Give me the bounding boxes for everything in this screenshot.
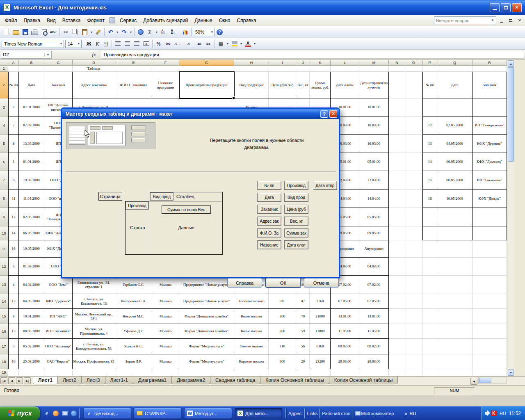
cell-N5[interactable] bbox=[389, 135, 405, 153]
sort-ascending-icon[interactable] bbox=[159, 27, 168, 37]
redo-dropdown-icon[interactable]: ▼ bbox=[129, 31, 133, 34]
cell-D1[interactable]: Таблица bbox=[73, 66, 115, 72]
cell-B6[interactable]: 01.01.2000 bbox=[19, 153, 44, 171]
cell-M9[interactable]: 05.05.00 bbox=[359, 208, 389, 226]
name-box[interactable]: G2 ▼ bbox=[1, 51, 52, 59]
cell-N11[interactable] bbox=[389, 240, 405, 258]
cell-D18[interactable]: Москва, Профсоюзная, 35 bbox=[73, 354, 115, 369]
first-sheet-icon[interactable]: |◀ bbox=[0, 377, 7, 384]
sheet-tab-6[interactable]: Сводная таблица bbox=[210, 377, 260, 384]
row-header-16[interactable]: 16 bbox=[0, 324, 8, 339]
cell-B9[interactable]: 02.05.2000 bbox=[19, 208, 44, 226]
cell-E1[interactable] bbox=[115, 66, 152, 72]
cell-M2[interactable]: Дата отправки/по лучения bbox=[359, 72, 389, 98]
vertical-scrollbar[interactable]: ▲ ▼ bbox=[507, 60, 514, 376]
cell-Q3[interactable] bbox=[437, 98, 472, 116]
cut-icon[interactable] bbox=[61, 27, 71, 37]
col-header-K[interactable]: K bbox=[310, 60, 331, 66]
row-header-17[interactable]: 17 bbox=[0, 339, 8, 354]
cell-L16[interactable]: 11.05.00 bbox=[331, 324, 359, 339]
cell-O6[interactable] bbox=[405, 153, 422, 171]
sheet-tab-8[interactable]: Копия Основной таблицы bbox=[329, 377, 398, 384]
cell-M17[interactable]: 08.02.00 bbox=[359, 339, 389, 354]
menu-item-4[interactable]: Формат bbox=[84, 16, 108, 25]
cell-K17[interactable]: 6160 bbox=[310, 339, 331, 354]
cell-G14[interactable]: Предприятие "Новые услуги" bbox=[179, 294, 234, 309]
cell-O4[interactable] bbox=[405, 116, 422, 135]
placed-column-field[interactable]: Вид прод bbox=[150, 192, 173, 201]
cell-E19[interactable] bbox=[115, 369, 152, 376]
cell-N4[interactable] bbox=[389, 116, 405, 135]
cell-K16[interactable]: 11800 bbox=[310, 324, 331, 339]
redo-icon[interactable] bbox=[119, 27, 129, 37]
cell-A7[interactable]: 9 bbox=[8, 171, 19, 189]
cell-R19[interactable] bbox=[472, 369, 507, 376]
taskbar-button-1[interactable]: C:\WINXP... bbox=[134, 408, 182, 419]
cell-Q6[interactable]: 06.05.2000 bbox=[437, 153, 472, 171]
cell-M5[interactable]: 16.03.00 bbox=[359, 135, 389, 153]
cell-N8[interactable] bbox=[389, 189, 405, 208]
field-button-11[interactable]: Название bbox=[257, 240, 281, 249]
cell-N17[interactable] bbox=[389, 339, 405, 354]
cell-A18[interactable]: 10 bbox=[8, 354, 19, 369]
cell-R1[interactable] bbox=[472, 66, 507, 72]
row-header-8[interactable]: 8 bbox=[0, 189, 8, 208]
cell-L19[interactable] bbox=[331, 369, 359, 376]
cell-B16[interactable]: 08.05.2000 bbox=[19, 324, 44, 339]
chart-wizard-icon[interactable] bbox=[180, 27, 190, 37]
cell-O8[interactable] bbox=[405, 189, 422, 208]
cell-P7[interactable]: 15 bbox=[422, 171, 437, 189]
cell-J16[interactable]: 59 bbox=[296, 324, 310, 339]
cell-R3[interactable] bbox=[472, 98, 507, 116]
cell-Q7[interactable]: 08.05.2000 bbox=[437, 171, 472, 189]
page-area[interactable]: Страница bbox=[98, 192, 122, 201]
cell-K18[interactable]: 23200 bbox=[310, 354, 331, 369]
cell-P5[interactable]: 13 bbox=[422, 135, 437, 153]
cell-F19[interactable] bbox=[152, 369, 179, 376]
cell-F2[interactable]: Название продукции bbox=[152, 72, 179, 98]
chevron-down-icon[interactable]: ▼ bbox=[76, 42, 80, 46]
row-header-7[interactable]: 7 bbox=[0, 171, 8, 189]
cell-H16[interactable]: Козье молоко bbox=[234, 324, 269, 339]
cell-O2[interactable] bbox=[405, 72, 422, 98]
cell-K2[interactable]: Сумма заказа, руб. bbox=[310, 72, 331, 98]
cell-R2[interactable]: Заказчик bbox=[472, 72, 507, 98]
cell-F17[interactable]: Молоко bbox=[152, 339, 179, 354]
cell-A11[interactable]: 16 bbox=[8, 240, 19, 258]
cell-L14[interactable]: 07.05.00 bbox=[331, 294, 359, 309]
print-preview-icon[interactable] bbox=[39, 27, 49, 37]
col-header-J[interactable]: J bbox=[296, 60, 310, 66]
cell-M1[interactable] bbox=[359, 66, 389, 72]
row-header-3[interactable]: 3 bbox=[0, 98, 8, 116]
cell-D16[interactable]: Москва, ул. Прянишникова, 4 bbox=[73, 324, 115, 339]
scroll-up-icon[interactable]: ▲ bbox=[508, 60, 514, 67]
horizontal-scroll-thumb[interactable] bbox=[479, 378, 491, 383]
cell-J15[interactable]: 70 bbox=[296, 309, 310, 324]
insert-function-button[interactable]: fx bbox=[89, 51, 99, 58]
cell-R7[interactable]: ИП "Снежинка" bbox=[472, 171, 507, 189]
chevron-down-icon[interactable]: ▼ bbox=[58, 42, 63, 46]
cell-N15[interactable] bbox=[389, 309, 405, 324]
cell-Q11[interactable] bbox=[437, 240, 472, 258]
cell-A19[interactable] bbox=[8, 369, 19, 376]
cell-R16[interactable] bbox=[472, 324, 507, 339]
cell-M14[interactable]: 07.05.00 bbox=[359, 294, 389, 309]
font-color-icon[interactable]: А bbox=[243, 39, 253, 48]
cell-R5[interactable]: КФХ "Деревня" bbox=[472, 135, 507, 153]
col-header-G[interactable]: G bbox=[179, 60, 234, 66]
cell-J19[interactable] bbox=[296, 369, 310, 376]
cell-P17[interactable] bbox=[422, 339, 437, 354]
row-header-18[interactable]: 18 bbox=[0, 354, 8, 369]
cell-N14[interactable] bbox=[389, 294, 405, 309]
cell-M3[interactable]: 10.01.00 bbox=[359, 98, 389, 116]
cell-B7[interactable]: 19.03.2000 bbox=[19, 171, 44, 189]
cell-D15[interactable]: Москва, Ленинский пр., 53\1 bbox=[73, 309, 115, 324]
cell-N12[interactable] bbox=[389, 258, 405, 276]
cell-M10[interactable]: 09.05.00 bbox=[359, 226, 389, 240]
help-icon[interactable]: ? bbox=[215, 27, 224, 37]
ok-button[interactable]: ОК bbox=[266, 278, 301, 288]
cell-Q9[interactable] bbox=[437, 208, 472, 226]
cell-K14[interactable]: 3760 bbox=[310, 294, 331, 309]
cell-H2[interactable]: Вид продукции bbox=[234, 72, 269, 98]
cell-B15[interactable]: 10.01.2000 bbox=[19, 309, 44, 324]
